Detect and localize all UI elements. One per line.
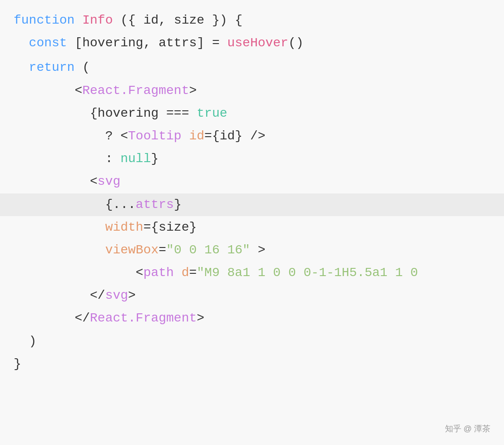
code-line: width={size} (14, 216, 490, 239)
code-line: {...attrs} (0, 193, 504, 216)
code-token: </ (14, 308, 90, 329)
code-token: id (189, 126, 204, 147)
code-token: ({ (113, 10, 143, 31)
code-token: size (174, 10, 204, 31)
code-token: id (220, 126, 235, 147)
code-editor: function Info ({ id, size }) { const [ho… (0, 0, 504, 445)
code-token: , (143, 33, 159, 54)
code-token: useHover (227, 33, 288, 54)
code-token: < (14, 80, 82, 101)
code-token: = (158, 240, 166, 261)
code-line: ? <Tooltip id={id} /> (14, 125, 490, 148)
code-line: </svg> (14, 284, 490, 307)
code-token: React.Fragment (82, 80, 189, 101)
code-token: } (151, 148, 158, 169)
code-line: : null} (14, 148, 490, 170)
code-line: return ( (14, 56, 490, 79)
code-line: const [hovering, attrs] = useHover() (14, 32, 490, 54)
code-token (14, 33, 29, 54)
code-token: > (250, 240, 266, 261)
code-token: [ (67, 33, 83, 54)
code-token: "M9 8a1 1 0 0 0-1-1H5.5a1 1 0 (197, 262, 418, 283)
code-token: true (197, 103, 227, 124)
code-line: function Info ({ id, size }) { (14, 9, 490, 32)
code-token: viewBox (105, 240, 159, 261)
code-token: () (288, 33, 304, 54)
code-token: } (189, 217, 197, 238)
code-token: , (158, 10, 174, 31)
code-token: Tooltip (128, 126, 182, 147)
code-token: id (143, 10, 159, 31)
code-line: } (14, 353, 490, 376)
code-token: null (120, 148, 151, 169)
code-token (174, 262, 182, 283)
code-token (14, 217, 105, 238)
code-token: > (128, 285, 136, 306)
code-token: React.Fragment (90, 308, 197, 329)
code-token: > (189, 80, 197, 101)
code-token: === (158, 103, 197, 124)
code-line: {hovering === true (14, 102, 490, 125)
code-token: < (14, 171, 98, 192)
code-token: { (14, 103, 98, 124)
code-token: svg (105, 285, 128, 306)
code-token (182, 126, 189, 147)
code-line: ) (14, 330, 490, 353)
code-line: viewBox="0 0 16 16" > (14, 239, 490, 262)
code-line: </React.Fragment> (14, 307, 490, 330)
code-token: ( (74, 57, 90, 78)
code-token: const (29, 33, 67, 54)
code-token: ={ (204, 126, 220, 147)
code-line: <React.Fragment> (14, 79, 490, 102)
code-token: d (182, 262, 189, 283)
code-token: Info (82, 10, 113, 31)
code-token: } (14, 354, 21, 375)
watermark: 知乎 @ 潭茶 (445, 422, 490, 436)
code-token: ={ (143, 217, 159, 238)
code-token: }) { (204, 10, 242, 31)
code-token: attrs (136, 194, 174, 215)
code-token: { (14, 194, 113, 215)
code-token: } (174, 194, 182, 215)
code-token: function (14, 10, 74, 31)
code-token: ) (14, 331, 36, 352)
code-token: ] = (197, 33, 227, 54)
code-token: hovering (98, 103, 158, 124)
code-token: ... (113, 194, 135, 215)
code-token: attrs (158, 33, 197, 54)
code-token: } /> (235, 126, 265, 147)
code-token: ? < (14, 126, 128, 147)
code-token: hovering (82, 33, 143, 54)
code-token (74, 10, 82, 31)
code-token (14, 57, 29, 78)
code-token: < (14, 262, 143, 283)
code-token: path (143, 262, 174, 283)
code-token: = (189, 262, 197, 283)
code-line: <path d="M9 8a1 1 0 0 0-1-1H5.5a1 1 0 (14, 262, 490, 284)
code-token (14, 240, 105, 261)
code-token: : (14, 148, 120, 169)
code-token: svg (98, 171, 120, 192)
code-token: return (29, 57, 75, 78)
code-line: <svg (14, 170, 490, 193)
code-token: > (197, 308, 204, 329)
code-token: </ (14, 285, 105, 306)
code-token: size (158, 217, 189, 238)
code-token: "0 0 16 16" (166, 240, 250, 261)
code-token: width (105, 217, 143, 238)
